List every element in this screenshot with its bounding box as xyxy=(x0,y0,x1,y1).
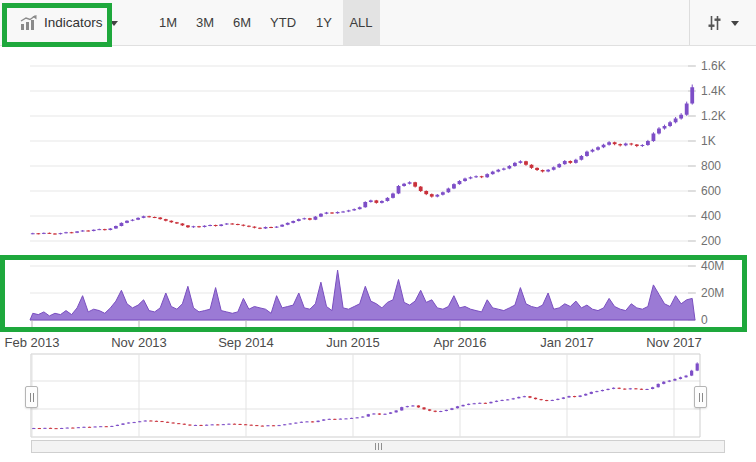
volume-axis-label: 40M xyxy=(701,259,724,273)
navigator-candle xyxy=(629,388,632,389)
navigator-candle xyxy=(523,396,526,397)
navigator-candle xyxy=(250,425,253,426)
candle xyxy=(53,234,57,235)
candle xyxy=(607,142,611,145)
candlestick-series xyxy=(31,85,694,235)
volume-panel: 40M20M0 xyxy=(30,259,724,327)
candle xyxy=(230,224,234,225)
navigator-candle xyxy=(478,403,481,404)
navigator-candle xyxy=(244,424,247,425)
navigator-candle xyxy=(456,406,459,408)
navigator-candle xyxy=(367,414,370,416)
candle xyxy=(308,218,312,220)
navigator-candle xyxy=(590,392,593,394)
candle xyxy=(380,201,384,203)
candle xyxy=(186,225,190,227)
candle xyxy=(219,225,223,227)
navigator-candle xyxy=(372,413,375,414)
candle xyxy=(147,216,151,217)
candle xyxy=(330,213,334,214)
navigator-candle xyxy=(612,388,615,389)
navigator-candle xyxy=(121,423,124,424)
navigator-candle xyxy=(339,419,342,420)
navigator-candle xyxy=(222,424,225,425)
price-axis-label: 1.2K xyxy=(701,109,726,123)
navigator-candle xyxy=(216,424,219,425)
candle xyxy=(413,182,417,186)
navigator-candle xyxy=(289,423,292,424)
navigator-candle xyxy=(82,427,85,428)
navigator-candle xyxy=(584,394,587,396)
candle xyxy=(131,220,135,221)
candle xyxy=(652,134,656,142)
navigator-candle xyxy=(344,418,347,419)
navigator-candle xyxy=(149,421,152,422)
navigator-candle xyxy=(211,424,214,425)
navigator-scrollbar[interactable] xyxy=(31,440,725,453)
navigator-candle xyxy=(473,403,476,404)
navigator-candle xyxy=(378,413,381,414)
navigator-candle xyxy=(606,389,609,390)
candle xyxy=(247,226,251,227)
navigator-candle xyxy=(567,396,570,397)
price-axis-label: 1.6K xyxy=(701,59,726,73)
candle xyxy=(563,161,567,164)
candle xyxy=(241,225,245,226)
navigator-candle xyxy=(71,428,74,429)
candle xyxy=(441,192,445,195)
price-axis-label: 1K xyxy=(701,134,716,148)
candle xyxy=(480,176,484,177)
candle xyxy=(136,218,140,220)
price-axis-label: 800 xyxy=(701,159,721,173)
candle xyxy=(496,170,500,172)
candle xyxy=(541,170,545,172)
candle xyxy=(108,229,112,231)
navigator-candle xyxy=(673,379,676,381)
navigator-candle xyxy=(333,419,336,420)
candle xyxy=(280,225,284,227)
candle xyxy=(690,87,694,103)
navigator-candle xyxy=(406,406,409,407)
navigator-candle xyxy=(579,396,582,397)
navigator-candle xyxy=(540,399,543,400)
navigator-candle xyxy=(434,411,437,412)
candle xyxy=(646,141,650,145)
date-label: Feb 2013 xyxy=(5,335,60,350)
navigator-candle xyxy=(556,399,559,400)
navigator-candle xyxy=(651,387,654,389)
candle xyxy=(269,227,273,228)
navigator-left-handle[interactable] xyxy=(25,386,38,408)
navigator-candle xyxy=(205,425,208,426)
navigator-candle xyxy=(679,377,682,379)
candle xyxy=(435,195,439,197)
navigator-candle xyxy=(400,407,403,410)
navigator-candle xyxy=(294,423,297,424)
candle xyxy=(452,184,456,188)
date-label: Nov 2013 xyxy=(111,335,167,350)
candle xyxy=(491,172,495,175)
navigator-candle xyxy=(645,389,648,390)
navigator-candle xyxy=(110,426,113,427)
navigator-candle xyxy=(317,421,320,422)
candle xyxy=(640,145,644,146)
candle xyxy=(297,219,301,221)
date-label: Sep 2014 xyxy=(218,335,274,350)
candle xyxy=(369,200,373,202)
navigator-candle xyxy=(266,425,269,426)
navigator-candle xyxy=(133,422,136,423)
price-axis-label: 600 xyxy=(701,184,721,198)
candle xyxy=(574,160,578,163)
candle xyxy=(596,147,600,150)
resize-grip-icon xyxy=(30,393,31,402)
navigator-candle xyxy=(422,407,425,409)
navigator-candle xyxy=(49,428,52,429)
navigator-candle xyxy=(66,428,69,429)
scroll-grip-icon xyxy=(375,443,376,450)
navigator-right-handle[interactable] xyxy=(694,386,707,408)
price-axis-label: 200 xyxy=(701,234,721,248)
candle xyxy=(319,214,323,217)
navigator-candle xyxy=(484,403,487,404)
price-axis-label: 1.4K xyxy=(701,84,726,98)
candle xyxy=(674,119,678,123)
date-label: Nov 2017 xyxy=(646,335,702,350)
